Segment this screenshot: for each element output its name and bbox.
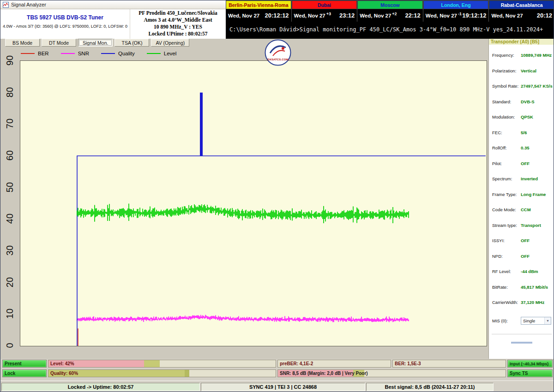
mis-label: MIS (0): <box>492 318 521 323</box>
statusbar-lock-uptime: Locked -> Uptime: 80:02:57 <box>1 383 200 391</box>
tp-label: Standard: <box>492 99 521 104</box>
clock-time: Wed, Nov 27+323:12 <box>292 9 357 22</box>
clock-dubai: DubaiWed, Nov 27+323:12 <box>292 0 358 22</box>
tp-row-stream-type: Stream type:Transport <box>492 218 553 233</box>
tuner-config: 4.0W - Amos 3/7 (ID: 3560) @ LOF1: 97500… <box>0 24 130 29</box>
tab-tsa-ok[interactable]: TSA (OK) <box>114 39 149 47</box>
tp-row-symbol-rate: Symbol Rate:27497,547 KS/s <box>492 78 553 94</box>
tp-value: 5/6 <box>521 130 527 135</box>
mis-select[interactable]: Single ▼ <box>521 317 551 325</box>
tp-row-pilot: Pilot:OFF <box>492 156 553 172</box>
tp-label: Pilot: <box>492 161 521 166</box>
tp-label: Frequency: <box>492 53 521 58</box>
y-axis-tick-90: 90 <box>5 51 15 70</box>
preber-bar: preBER: 4,1E-2 <box>277 360 391 368</box>
transponder-rows: Frequency:10889,749 MHzPolarization:Vert… <box>489 45 554 310</box>
clock-city: London, Eng <box>423 0 489 9</box>
tp-value: 45,817 Mbit/s <box>521 285 548 290</box>
legend-label: Quality <box>118 51 135 56</box>
tp-label: Polarization: <box>492 68 521 73</box>
tuner-name: TBS 5927 USB DVB-S2 Tuner <box>0 14 130 21</box>
chart-panel: BERSNRQualityLevel 9080706050403020100 <box>0 47 488 359</box>
legend-swatch-ber <box>21 53 35 54</box>
y-axis-tick-40: 40 <box>5 209 15 228</box>
clock-time: Wed, Nov 2720:12 <box>489 9 554 22</box>
lock-indicator: Lock <box>2 369 47 377</box>
tp-row-carrierwidth: CarrierWidth:37,120 MHz <box>492 295 553 310</box>
tp-row-frequency: Frequency:10889,749 MHz <box>492 48 553 63</box>
tp-row-spectrum: Spectrum:Inverted <box>492 171 553 187</box>
level-bar: Level: 42% <box>48 360 276 368</box>
tp-row-bitrate: BitRate:45,817 Mbit/s <box>492 279 553 295</box>
legend-item-quality: Quality <box>101 51 135 56</box>
clock-city: Moscow <box>357 0 423 9</box>
clock-city: Berlin-Paris-Vienna-Roma <box>226 0 291 9</box>
clock-time: Wed, Nov 27+222:12 <box>357 9 423 22</box>
y-axis-tick-70: 70 <box>5 114 15 133</box>
quality-label: Quality: 60% <box>50 371 78 376</box>
legend-item-ber: BER <box>21 51 49 56</box>
status-bar: Locked -> Uptime: 80:02:57 SYNC 419 | TE… <box>0 380 554 392</box>
console-block: Berlin-Paris-Vienna-RomaWed, Nov 2720:12… <box>226 0 554 39</box>
clock-time: Wed, Nov 2720:12:12 <box>226 9 291 22</box>
clock-time: Wed, Nov 27-119:12:12 <box>423 9 489 22</box>
tp-value: 10889,749 MHz <box>521 53 552 58</box>
tp-label: CarrierWidth: <box>492 300 521 305</box>
clock-date: Wed, Nov 27 <box>426 13 457 18</box>
tp-label: Code Mode: <box>492 207 521 212</box>
dxsatcs-logo: DXSATCS.COM <box>265 39 291 66</box>
tp-value: DVB-S <box>521 99 535 104</box>
tp-value: OFF <box>521 161 530 166</box>
tp-row-rf-level: RF Level:-44 dBm <box>492 264 553 279</box>
clock-london-eng: London, EngWed, Nov 27-119:12:12 <box>423 0 489 22</box>
clock-rabat-casablanca: Rabat-CasablancaWed, Nov 2720:12 <box>489 0 554 22</box>
level-peak <box>144 360 160 367</box>
legend-item-snr: SNR <box>61 51 89 56</box>
clock-berlin-paris-vienna-roma: Berlin-Paris-Vienna-RomaWed, Nov 2720:12… <box>226 0 292 22</box>
tab-dt-mode[interactable]: DT Mode <box>42 39 76 47</box>
clock-hhmm: 20:12 <box>537 12 552 19</box>
legend-swatch-quality <box>101 53 115 54</box>
syncts-indicator: Sync TS <box>507 369 553 377</box>
tp-value: QPSK <box>521 114 533 119</box>
tp-label: Symbol Rate: <box>492 83 521 89</box>
tp-value: 27497,547 KS/s <box>521 83 553 89</box>
y-axis-tick-10: 10 <box>5 304 15 323</box>
level-label: Level: 42% <box>50 361 74 366</box>
mis-row: MIS (0): Single ▼ <box>489 317 554 325</box>
site-line-frequency: 10 890 MHz_V : YES <box>130 24 226 30</box>
clock-hhmm: 22:12 <box>405 12 421 19</box>
snr-bar: SNR: 8,5 dB (Margin: 2,0 dB | Very Poor) <box>277 369 506 377</box>
tp-row-npd: NPD:OFF <box>492 249 553 264</box>
transponder-header: Transponder (A0) [B5] <box>489 39 554 45</box>
mis-value: Single <box>523 318 535 323</box>
y-axis-tick-20: 20 <box>5 273 15 291</box>
legend-label: Level <box>164 51 177 56</box>
sidebar-divider <box>492 334 552 334</box>
transponder-panel: Transponder (A0) [B5] Frequency:10889,74… <box>488 39 554 359</box>
clock-date: Wed, Nov 27 <box>228 13 259 18</box>
tp-label: Spectrum: <box>492 176 521 181</box>
tp-row-frame-type: Frame Type:Long Frame <box>492 187 553 202</box>
tp-value: CCM <box>521 207 531 212</box>
snr-label: SNR: 8,5 dB (Margin: 2,0 dB | Very Poor) <box>280 371 368 376</box>
tp-value: 0.35 <box>521 145 530 150</box>
tab-av-opening[interactable]: AV (Opening) <box>151 39 189 47</box>
signal-analyzer-window: Signal Analyzer TBS 5927 USB DVB-S2 Tune… <box>0 0 554 392</box>
chevron-down-icon: ▼ <box>544 317 551 324</box>
y-axis-tick-30: 30 <box>5 241 15 260</box>
tp-label: BitRate: <box>492 285 521 290</box>
tp-label: NPD: <box>492 254 521 259</box>
legend-label: BER <box>38 51 49 56</box>
site-line-satellite: Amos 3 at 4.0°W_Middle East <box>130 17 226 24</box>
tab-bs-mode[interactable]: BS Mode <box>5 39 40 47</box>
tp-value: OFF <box>521 238 530 243</box>
statusbar-sync-counters: SYNC 419 | TEI 3 | CC 24868 <box>201 383 365 391</box>
tp-label: FEC: <box>492 130 521 135</box>
tp-value: Inverted <box>521 176 538 181</box>
quality-peak <box>185 370 189 377</box>
tab-signal-mon[interactable]: Signal Mon. <box>78 39 113 47</box>
clock-city: Rabat-Casablanca <box>489 0 554 9</box>
legend-label: SNR <box>78 51 89 56</box>
tp-row-modulation: Modulation:QPSK <box>492 109 553 125</box>
